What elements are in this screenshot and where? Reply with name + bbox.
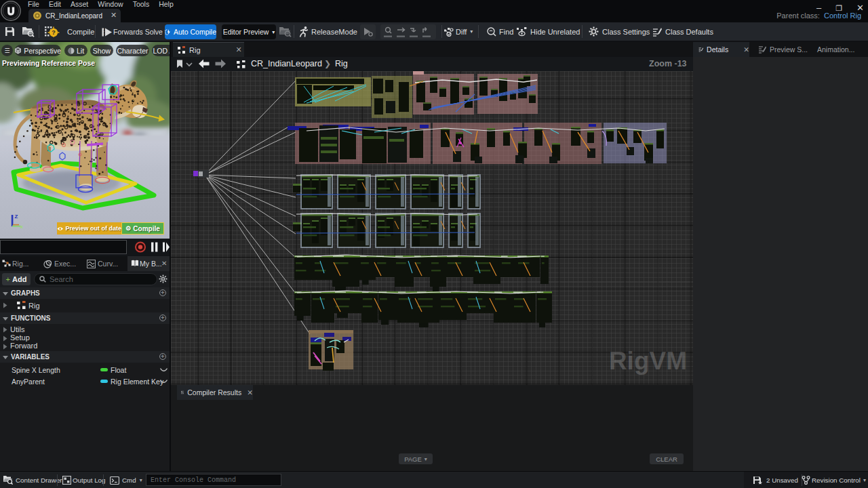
- svg-text:?: ?: [52, 29, 56, 36]
- svg-text:Z: Z: [15, 214, 18, 220]
- svg-text:x: x: [20, 224, 24, 230]
